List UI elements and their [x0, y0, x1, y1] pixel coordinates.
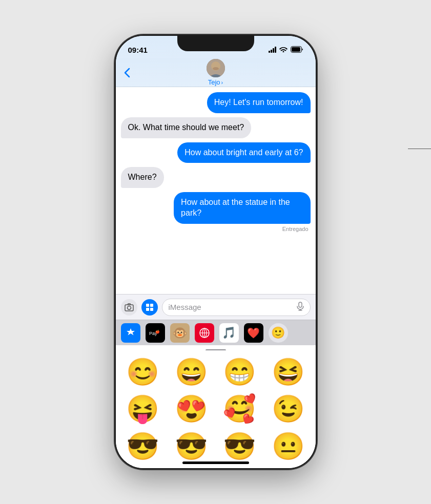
app-store-icon[interactable] — [121, 323, 140, 343]
emoji-picker-icon[interactable]: 🙂 — [269, 323, 288, 343]
emoji-7[interactable]: 🥰 — [218, 393, 262, 426]
status-time: 09:41 — [128, 46, 148, 54]
mic-icon — [297, 302, 304, 313]
home-indicator — [182, 461, 249, 464]
apps-button[interactable] — [141, 299, 158, 316]
battery-icon — [291, 46, 303, 54]
navigation-bar: Tejo › — [116, 58, 316, 87]
avatar — [207, 59, 225, 77]
status-icons — [269, 46, 303, 54]
emoji-11[interactable]: 😎 — [218, 430, 262, 463]
svg-point-5 — [213, 67, 219, 70]
memoji-icon[interactable]: 🐵 — [170, 323, 190, 343]
delivered-status: Entregado — [282, 226, 311, 232]
message-input[interactable]: iMessage — [162, 299, 311, 316]
contact-header[interactable]: Tejo › — [207, 59, 225, 86]
emoji-4[interactable]: 😆 — [266, 355, 311, 389]
imessage-search-icon[interactable] — [195, 323, 214, 343]
message-bubble-5: How about at the statue in the park? — [174, 192, 310, 224]
message-bubble-2: Ok. What time should we meet? — [121, 117, 252, 138]
svg-rect-10 — [146, 308, 149, 311]
emoji-3[interactable]: 😁 — [218, 355, 262, 389]
svg-rect-1 — [292, 47, 300, 52]
music-icon[interactable]: 🎵 — [219, 323, 239, 343]
svg-rect-9 — [150, 304, 153, 307]
svg-rect-11 — [150, 308, 153, 311]
apple-pay-icon[interactable]: Pay 🍎 — [146, 323, 165, 343]
emoji-8[interactable]: 😉 — [266, 393, 311, 426]
camera-button[interactable] — [121, 299, 137, 316]
emoji-5[interactable]: 😝 — [121, 393, 166, 426]
emoji-9[interactable]: 😎 — [121, 430, 166, 463]
contact-name: Tejo › — [208, 78, 223, 86]
svg-rect-8 — [146, 304, 149, 307]
back-button[interactable] — [124, 68, 130, 78]
svg-rect-12 — [299, 302, 302, 307]
svg-point-7 — [127, 306, 131, 309]
message-bubble-1: Hey! Let's run tomorrow! — [207, 92, 311, 113]
emoji-grid: 😊 😄 😁 😆 😝 😍 🥰 😉 😎 😎 😎 😐 — [116, 350, 316, 468]
apps-strip: Pay 🍎 🐵 🎵 ❤️ 🙂 — [116, 320, 316, 345]
emoji-10[interactable]: 😎 — [169, 430, 214, 463]
messages-area: Hey! Let's run tomorrow! Ok. What time s… — [116, 87, 316, 294]
signal-icon — [269, 47, 276, 53]
wifi-icon — [279, 46, 288, 54]
message-bubble-3: How about bright and early at 6? — [177, 142, 310, 163]
digital-touch-icon[interactable]: ❤️ — [244, 323, 263, 343]
input-placeholder: iMessage — [169, 303, 201, 311]
emoji-1[interactable]: 😊 — [121, 355, 166, 389]
emoji-12[interactable]: 😐 — [266, 430, 311, 463]
input-bar: iMessage — [116, 294, 316, 320]
callout-line — [408, 149, 431, 149]
emoji-2[interactable]: 😄 — [169, 355, 214, 389]
notch — [177, 36, 254, 51]
message-bubble-4: Where? — [121, 167, 164, 188]
emoji-6[interactable]: 😍 — [169, 393, 214, 426]
svg-text:🍎: 🍎 — [155, 329, 160, 334]
phone-frame: 09:41 — [116, 36, 316, 468]
